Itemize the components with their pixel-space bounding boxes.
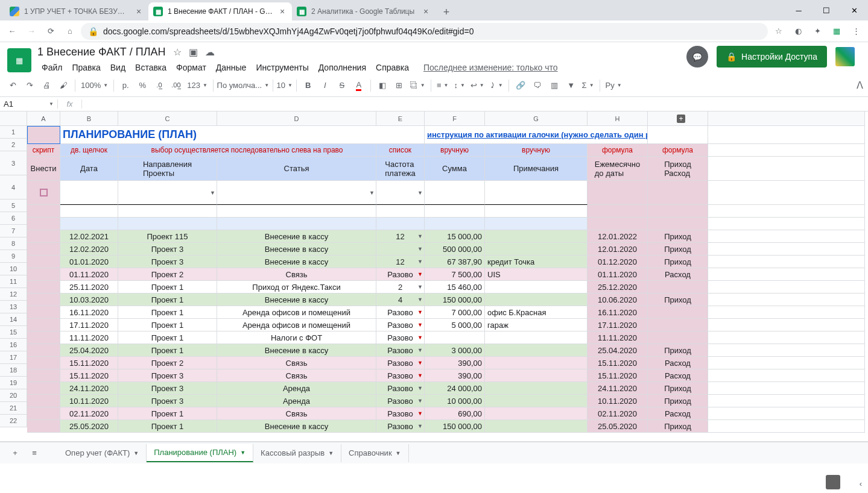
cell[interactable] <box>485 181 588 205</box>
cell[interactable]: Проект 3 <box>118 256 217 268</box>
cell[interactable]: 7 500,00 <box>425 268 485 281</box>
cell[interactable]: Разово▼ <box>376 420 425 433</box>
menu-format[interactable]: Формат <box>172 61 211 74</box>
sync-icon[interactable]: ◐ <box>790 23 806 40</box>
name-box[interactable]: A1 <box>0 99 58 108</box>
doc-title[interactable]: 1 Внесение ФАКТ / ПЛАН <box>37 46 166 58</box>
row-header[interactable]: 3 <box>0 151 27 175</box>
cell[interactable] <box>708 281 865 294</box>
nav-home-icon[interactable]: ⌂ <box>62 23 78 40</box>
cell[interactable]: гараж <box>485 319 588 331</box>
star-icon[interactable]: ☆ <box>173 46 182 58</box>
row-header[interactable]: 17 <box>0 351 27 364</box>
cell[interactable]: выбор осуществляется последовательно сле… <box>118 144 376 157</box>
cell[interactable]: Разово▼ <box>376 306 425 319</box>
app-ext-icon[interactable]: ▦ <box>828 23 845 40</box>
cell[interactable] <box>485 331 588 344</box>
cell[interactable]: 25.04.2020 <box>588 344 648 357</box>
row-header[interactable]: 21 <box>0 402 27 415</box>
cell[interactable]: Аренда <box>217 382 376 395</box>
move-icon[interactable]: ▣ <box>189 46 198 58</box>
cell[interactable]: Приход от Яндекс.Такси <box>217 281 376 294</box>
cell[interactable]: 12▼ <box>376 230 425 243</box>
browser-tab[interactable]: 1 УПР УЧЕТ + ТОЧКА БЕЗУБЫТ × <box>5 2 148 20</box>
cell[interactable]: 10.11.2020 <box>588 395 648 407</box>
cell[interactable]: 12.02.2021 <box>60 230 118 243</box>
cell[interactable]: 15.11.2020 <box>588 357 648 369</box>
cell[interactable]: UIS <box>485 268 588 281</box>
cell[interactable]: Приход <box>648 395 708 407</box>
cell[interactable]: 15.11.2020 <box>60 369 118 382</box>
chart-icon[interactable]: ▥ <box>546 78 562 93</box>
row-header[interactable]: 8 <box>0 237 27 250</box>
cell[interactable] <box>118 218 217 230</box>
cell[interactable]: 12.01.2022 <box>588 230 648 243</box>
cell[interactable]: ▼ <box>376 243 425 256</box>
browser-tab-active[interactable]: ▦ 1 Внесение ФАКТ / ПЛАН - Goo × <box>148 2 292 20</box>
cell[interactable]: 12.02.2020 <box>60 243 118 256</box>
cell[interactable] <box>708 357 865 369</box>
cell[interactable] <box>27 205 60 218</box>
cell[interactable]: ПриходРасход <box>648 157 708 181</box>
row-header[interactable]: 16 <box>0 339 27 351</box>
cell[interactable] <box>27 319 60 331</box>
cell[interactable]: 25.05.2020 <box>588 420 648 433</box>
cell[interactable] <box>27 230 60 243</box>
cell[interactable]: Внесение в кассу <box>217 243 376 256</box>
zoom-select[interactable]: 100% <box>79 78 110 93</box>
rotate-icon[interactable]: ⤸ <box>487 78 505 93</box>
cell[interactable] <box>588 205 648 218</box>
cell[interactable] <box>27 395 60 407</box>
cell[interactable]: 24.11.2020 <box>588 382 648 395</box>
cell[interactable]: 11.11.2020 <box>588 331 648 344</box>
cell[interactable]: 690,00 <box>425 407 485 420</box>
cell[interactable] <box>217 218 376 230</box>
cell[interactable] <box>27 306 60 319</box>
cell[interactable]: 17.11.2020 <box>588 319 648 331</box>
cell[interactable]: Приход <box>648 294 708 306</box>
collapse-toolbar-icon[interactable]: ᐱ <box>857 80 863 91</box>
cell[interactable] <box>425 218 485 230</box>
cell[interactable]: Приход <box>648 256 708 268</box>
print-icon[interactable]: 🖨 <box>39 78 54 93</box>
cell[interactable]: Приход <box>648 344 708 357</box>
sheet-tab[interactable]: Опер учет (ФАКТ)▼ <box>58 444 147 462</box>
col-header[interactable]: D <box>217 111 376 126</box>
cell[interactable] <box>27 256 60 268</box>
cell[interactable]: 15.11.2020 <box>588 369 648 382</box>
cell[interactable] <box>60 181 118 205</box>
cell[interactable]: 02.11.2020 <box>60 407 118 420</box>
fill-color-icon[interactable]: ◧ <box>375 78 390 93</box>
cell[interactable] <box>485 230 588 243</box>
cell[interactable]: 150 000,00 <box>425 294 485 306</box>
select-all-corner[interactable] <box>0 111 27 126</box>
cell[interactable]: Разово▼ <box>376 344 425 357</box>
cell[interactable]: Проект 2 <box>118 357 217 369</box>
cell[interactable]: 12.01.2020 <box>588 243 648 256</box>
cell[interactable]: вручную <box>485 144 588 157</box>
cell[interactable]: 16.11.2020 <box>60 306 118 319</box>
cloud-icon[interactable]: ☁ <box>205 46 215 58</box>
cell[interactable]: Налоги с ФОТ <box>217 331 376 344</box>
row-header[interactable]: 1 <box>0 126 27 139</box>
cell[interactable]: 16.11.2020 <box>588 306 648 319</box>
cell[interactable]: 01.11.2020 <box>60 268 118 281</box>
cell[interactable] <box>708 205 865 218</box>
menu-insert[interactable]: Вставка <box>131 61 171 74</box>
cell[interactable]: 25.12.2020 <box>588 281 648 294</box>
cell[interactable]: Проект 1 <box>118 306 217 319</box>
cell[interactable]: 12▼ <box>376 256 425 268</box>
cell[interactable]: Внесение в кассу <box>217 344 376 357</box>
cell[interactable]: список <box>376 144 425 157</box>
cell[interactable]: 25.05.2020 <box>60 420 118 433</box>
cell[interactable] <box>27 181 60 205</box>
cell[interactable]: Связь <box>217 268 376 281</box>
cell[interactable]: Связь <box>217 407 376 420</box>
redo-icon[interactable]: ↷ <box>22 78 37 93</box>
cell[interactable] <box>648 218 708 230</box>
add-sheet-icon[interactable]: + <box>6 444 24 462</box>
cell[interactable]: Проект 1 <box>118 281 217 294</box>
cell[interactable] <box>27 420 60 433</box>
cell[interactable]: 11.11.2020 <box>60 331 118 344</box>
row-header[interactable]: 7 <box>0 225 27 237</box>
